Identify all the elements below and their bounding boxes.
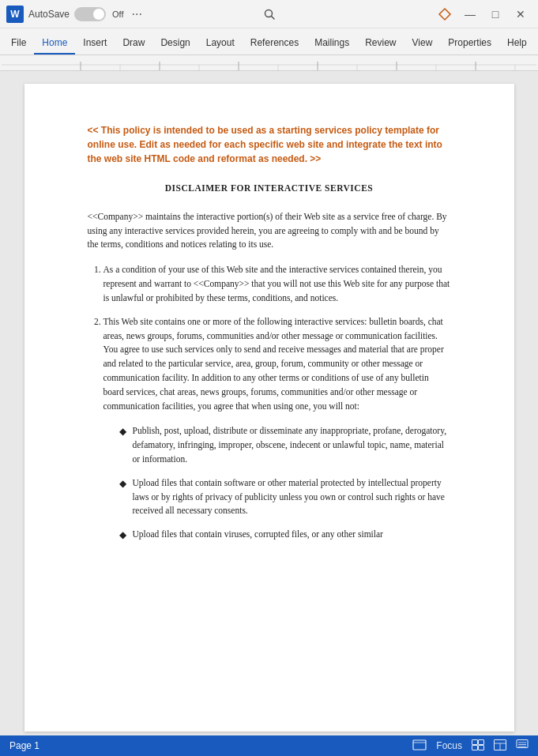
title-bar-right: — □ ✕ [356, 3, 532, 25]
layout-icon[interactable] [494, 739, 506, 753]
paragraph-1: <<Company>> maintains the interactive po… [88, 210, 451, 252]
ribbon-tabs: File Home Insert Draw Design Layout Refe… [0, 28, 538, 55]
tab-layout[interactable]: Layout [198, 32, 243, 55]
tab-file[interactable]: File [3, 32, 34, 55]
ruler [0, 55, 538, 71]
bullet-text-2: Upload files that contain software or ot… [133, 476, 451, 518]
ruler-inner [2, 55, 536, 70]
status-bar-right: Focus [412, 739, 529, 753]
minimize-button[interactable]: — [459, 3, 481, 25]
bullet-item-2: ◆ Upload files that contain software or … [119, 476, 451, 518]
print-icon[interactable] [516, 739, 529, 753]
bullet-list: ◆ Publish, post, upload, distribute or d… [119, 424, 451, 543]
svg-rect-19 [479, 739, 484, 744]
bullet-item-3: ◆ Upload files that contain viruses, cor… [119, 528, 451, 543]
list-item-2: This Web site contains one or more of th… [103, 315, 451, 414]
title-bar-center [182, 6, 357, 23]
autosave-toggle-knob [93, 9, 104, 20]
svg-rect-20 [472, 745, 478, 750]
word-logo: W [6, 6, 24, 23]
bullet-diamond-3: ◆ [119, 528, 126, 543]
autosave-toggle[interactable] [74, 7, 106, 21]
tab-references[interactable]: References [243, 32, 307, 55]
tab-design[interactable]: Design [152, 32, 198, 55]
document-area: << This policy is intended to be used as… [0, 71, 538, 735]
tab-acrobat[interactable]: Acrobat [535, 32, 538, 55]
tab-draw[interactable]: Draw [115, 32, 152, 55]
svg-rect-16 [413, 740, 426, 750]
svg-line-1 [271, 16, 274, 19]
bullet-text-1: Publish, post, upload, distribute or dis… [133, 424, 451, 466]
bullet-diamond-1: ◆ [119, 425, 126, 466]
title-bar-left: W AutoSave Off ··· [6, 6, 182, 23]
svg-rect-21 [479, 745, 484, 750]
status-bar: Page 1 Focus [0, 735, 538, 756]
bullet-diamond-2: ◆ [119, 477, 126, 518]
bullet-text-3: Upload files that contain viruses, corru… [133, 528, 383, 543]
document-page[interactable]: << This policy is intended to be used as… [24, 84, 514, 732]
page-number: Page 1 [9, 740, 40, 751]
close-button[interactable]: ✕ [510, 3, 532, 25]
tab-properties[interactable]: Properties [440, 32, 499, 55]
view-icon-2[interactable] [472, 739, 484, 753]
diamond-icon[interactable] [434, 3, 456, 25]
tab-view[interactable]: View [404, 32, 441, 55]
title-bar: W AutoSave Off ··· — □ ✕ [0, 0, 538, 28]
tab-insert[interactable]: Insert [75, 32, 115, 55]
list-item-1: As a condition of your use of this Web s… [103, 263, 451, 305]
search-button[interactable] [257, 6, 282, 23]
autosave-state: Off [112, 9, 123, 19]
tab-help[interactable]: Help [499, 32, 535, 55]
document-title: DISCLAIMER FOR INTERACTIVE SERVICES [88, 182, 451, 196]
more-button[interactable]: ··· [129, 7, 145, 21]
svg-rect-18 [472, 739, 478, 744]
tab-home[interactable]: Home [34, 32, 75, 55]
numbered-list: As a condition of your use of this Web s… [103, 263, 451, 413]
bullet-item-1: ◆ Publish, post, upload, distribute or d… [119, 424, 451, 466]
svg-marker-2 [439, 9, 450, 20]
view-icon-1[interactable] [412, 739, 427, 753]
autosave-label: AutoSave [28, 9, 70, 20]
focus-label[interactable]: Focus [436, 740, 462, 751]
maximize-button[interactable]: □ [484, 3, 506, 25]
tab-review[interactable]: Review [357, 32, 404, 55]
template-note: << This policy is intended to be used as… [88, 123, 451, 166]
tab-mailings[interactable]: Mailings [307, 32, 357, 55]
